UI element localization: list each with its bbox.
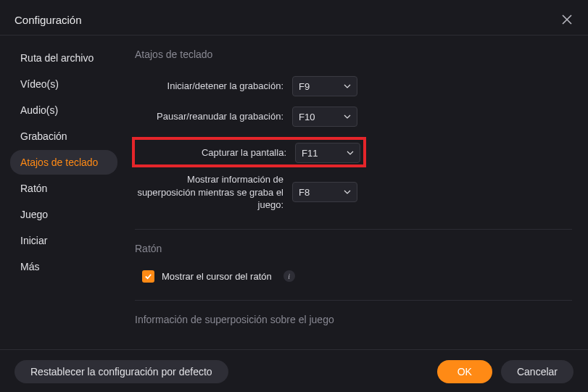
info-icon[interactable]: i: [283, 270, 295, 282]
chevron-down-icon: [344, 83, 351, 90]
section-heading-mouse: Ratón: [135, 243, 572, 254]
sidebar-item-more[interactable]: Más: [10, 254, 117, 279]
shortcut-label: Iniciar/detener la grabación:: [135, 80, 283, 93]
shortcut-label: Pausar/reanudar la grabación:: [135, 110, 283, 123]
sidebar-item-start[interactable]: Iniciar: [10, 228, 117, 253]
cancel-button[interactable]: Cancelar: [501, 360, 573, 383]
content-pane: Atajos de teclado Iniciar/detener la gra…: [125, 36, 588, 349]
sidebar-item-shortcuts[interactable]: Atajos de teclado: [10, 150, 117, 175]
select-value: F11: [302, 148, 318, 159]
dialog-title: Configuración: [15, 14, 82, 26]
dialog-body: Ruta del archivo Vídeo(s) Audio(s) Graba…: [0, 35, 588, 350]
sidebar-item-mouse[interactable]: Ratón: [10, 176, 117, 201]
sidebar-item-file-path[interactable]: Ruta del archivo: [10, 46, 117, 70]
sidebar-item-label: Juego: [20, 209, 48, 220]
close-icon: [561, 14, 573, 25]
shortcut-label: Mostrar información de superposición mie…: [135, 173, 283, 212]
checkbox-show-cursor[interactable]: [142, 270, 154, 283]
shortcut-row-pause: Pausar/reanudar la grabación: F10: [135, 107, 572, 127]
shortcut-select-overlay[interactable]: F8: [292, 182, 357, 202]
sidebar-item-label: Grabación: [20, 130, 67, 142]
check-icon: [144, 272, 152, 280]
divider: [135, 229, 572, 230]
sidebar-item-label: Vídeo(s): [20, 78, 59, 90]
shortcut-row-record: Iniciar/detener la grabación: F9: [135, 76, 572, 96]
checkbox-row-cursor: Mostrar el cursor del ratón i: [135, 270, 572, 283]
sidebar-item-audio[interactable]: Audio(s): [10, 98, 117, 122]
shortcut-select-record[interactable]: F9: [292, 76, 357, 96]
dialog-footer: Restablecer la configuración por defecto…: [0, 350, 588, 392]
shortcut-select-capture[interactable]: F11: [295, 143, 360, 163]
sidebar-item-recording[interactable]: Grabación: [10, 124, 117, 149]
checkbox-label: Mostrar el cursor del ratón: [162, 271, 272, 282]
shortcut-select-pause[interactable]: F10: [292, 107, 357, 127]
footer-actions: OK Cancelar: [437, 360, 573, 383]
section-heading-overlay: Información de superposición sobre el ju…: [135, 314, 572, 325]
sidebar-item-label: Ruta del archivo: [20, 52, 94, 64]
titlebar: Configuración: [0, 0, 588, 35]
divider: [135, 300, 572, 301]
sidebar-item-video[interactable]: Vídeo(s): [10, 72, 117, 96]
sidebar: Ruta del archivo Vídeo(s) Audio(s) Graba…: [0, 36, 125, 349]
shortcut-row-overlay: Mostrar información de superposición mie…: [135, 173, 572, 212]
sidebar-item-label: Atajos de teclado: [20, 157, 98, 168]
sidebar-item-label: Más: [20, 261, 39, 272]
shortcut-row-capture: Capturar la pantalla: F11: [138, 143, 360, 163]
select-value: F9: [299, 81, 310, 92]
ok-button[interactable]: OK: [437, 360, 492, 383]
highlight-annotation: Capturar la pantalla: F11: [132, 137, 366, 167]
chevron-down-icon: [344, 188, 351, 196]
chevron-down-icon: [344, 113, 351, 120]
sidebar-item-label: Ratón: [20, 183, 47, 194]
select-value: F8: [299, 187, 310, 198]
section-heading-shortcuts: Atajos de teclado: [135, 49, 572, 60]
sidebar-item-game[interactable]: Juego: [10, 202, 117, 227]
sidebar-item-label: Iniciar: [20, 235, 47, 246]
select-value: F10: [299, 112, 315, 122]
sidebar-item-label: Audio(s): [20, 104, 58, 116]
close-button[interactable]: [559, 12, 575, 28]
shortcut-label: Capturar la pantalla:: [138, 146, 286, 159]
reset-button[interactable]: Restablecer la configuración por defecto: [15, 360, 228, 383]
chevron-down-icon: [347, 149, 354, 157]
